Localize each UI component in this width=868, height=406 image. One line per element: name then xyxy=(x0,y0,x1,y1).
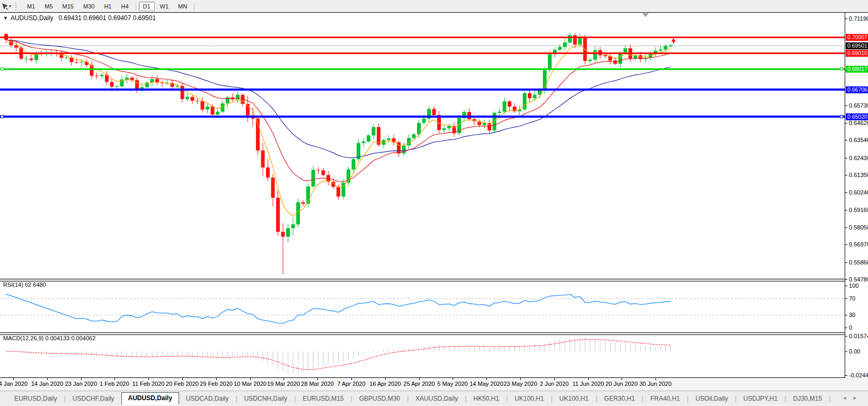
price-axis-tick-label-mark xyxy=(845,105,847,106)
time-axis-date-label: 29 Feb 2020 xyxy=(200,381,233,387)
chart-tab-audusd-daily[interactable]: AUDUSD,Daily xyxy=(121,392,179,405)
chart-tab-usdjpy-h1[interactable]: USDJPY,H1 xyxy=(737,393,784,405)
chart-tab-usoil-daily[interactable]: USOil,Daily xyxy=(688,393,734,405)
time-axis-tick-mark xyxy=(47,378,48,380)
collapse-triangle-icon[interactable]: ▼ xyxy=(3,15,8,21)
timeframe-button-M1[interactable]: M1 xyxy=(23,2,39,11)
timeframe-button-W1[interactable]: W1 xyxy=(156,2,173,11)
chart-tab-hk50-h1[interactable]: HK50,H1 xyxy=(466,393,506,405)
timeframe-button-H4[interactable]: H4 xyxy=(117,2,132,11)
time-axis[interactable]: 4 Jan 202014 Jan 202023 Jan 20201 Feb 20… xyxy=(0,378,868,390)
chart-ohlc-values: 0.69431 0.69601 0.69407 0.69501 xyxy=(59,14,156,22)
timeframe-toolbar: ▾ M1M5M15M30H1H4D1W1MN xyxy=(0,0,868,12)
chart-tab-ger30-h1[interactable]: GER30,H1 xyxy=(597,393,642,405)
price-axis-tick-label: 0.61350 xyxy=(849,172,868,178)
price-axis-tick-label-mark xyxy=(845,158,847,158)
rsi-axis-tick-label-mark xyxy=(845,315,847,315)
level-price-badge: 0.68017 xyxy=(846,66,868,73)
time-axis-tick-mark xyxy=(250,378,251,380)
time-axis-tick-mark xyxy=(622,378,622,380)
rsi-axis-tick-label: 70 xyxy=(849,295,855,302)
chart-symbol-period: AUDUSD,Daily xyxy=(11,14,54,22)
time-axis-tick-mark xyxy=(317,378,318,380)
time-axis-tick-mark xyxy=(351,378,352,380)
toolbar-separator xyxy=(136,2,136,11)
timeframe-button-M30[interactable]: M30 xyxy=(79,2,99,11)
chart-tool-button[interactable]: ▾ xyxy=(1,3,12,10)
price-axis-tick-label: 0.71190 xyxy=(849,15,868,22)
chart-tab-usdchf-daily[interactable]: USDCHF,Daily xyxy=(66,393,121,405)
chart-tab-xauusd-daily[interactable]: XAUUSD,Daily xyxy=(409,393,465,405)
timeframe-button-MN[interactable]: MN xyxy=(174,2,191,11)
time-axis-tick-mark xyxy=(419,378,420,380)
macd-axis-tick-label-mark xyxy=(845,375,847,376)
timeframe-button-M15[interactable]: M15 xyxy=(58,2,78,11)
price-axis-tick-label-mark xyxy=(845,19,847,19)
chart-tab-usdcad-daily[interactable]: USDCAD,Daily xyxy=(179,393,236,405)
time-axis-tick-mark xyxy=(656,378,656,380)
timeframe-button-D1[interactable]: D1 xyxy=(139,2,155,11)
rsi-axis-tick-label: 0 xyxy=(849,324,852,331)
time-axis-tick-mark xyxy=(216,378,217,380)
price-axis-tick-label: 0.63540 xyxy=(849,137,868,143)
price-axis-tick-label: 0.59160 xyxy=(849,207,868,213)
time-axis-date-label: 16 Apr 2020 xyxy=(369,381,401,387)
timeframe-button-H1[interactable]: H1 xyxy=(100,2,116,11)
tab-separator: | xyxy=(829,395,830,405)
level-price-badge: 0.65020 xyxy=(846,113,868,120)
time-axis-date-label: 11 Feb 2020 xyxy=(132,381,165,387)
timeframe-button-M5[interactable]: M5 xyxy=(40,2,57,11)
price-axis[interactable]: 0.711900.679200.657300.646200.635400.624… xyxy=(845,13,868,378)
level-price-badge: 0.69010 xyxy=(846,50,868,57)
time-axis-date-label: 1 Feb 2020 xyxy=(100,381,129,387)
time-axis-tick-mark xyxy=(182,378,183,380)
time-axis-date-label: 20 Jun 2020 xyxy=(606,381,638,387)
time-axis-date-label: 19 Mar 2020 xyxy=(267,381,300,387)
macd-axis-tick-label: -0.024412 xyxy=(849,372,868,378)
time-axis-date-label: 20 Feb 2020 xyxy=(166,381,199,387)
chart-tab-eurusd-daily[interactable]: EURUSD,Daily xyxy=(7,393,64,405)
main-chart-canvas[interactable] xyxy=(0,13,845,378)
chart-tab-fra40-h1[interactable]: FRA40,H1 xyxy=(643,393,687,405)
chart-tab-gbpusd-m30[interactable]: GBPUSD,M30 xyxy=(352,393,407,405)
chart-tab-bar: EURUSD,Daily|USDCHF,DailyAUDUSD,DailyUSD… xyxy=(0,391,868,405)
time-axis-date-label: 28 Mar 2020 xyxy=(301,381,334,387)
rsi-axis-tick-label-mark xyxy=(845,328,847,328)
toolbar-separator xyxy=(194,2,194,11)
mt4-window: ▾ M1M5M15M30H1H4D1W1MN ▼AUDUSD,Daily0.69… xyxy=(0,0,868,406)
time-axis-tick-mark xyxy=(13,378,14,380)
chart-tab-uk100-h1[interactable]: UK100,H1 xyxy=(553,393,596,405)
chevron-down-icon[interactable]: ▾ xyxy=(9,4,11,8)
scroll-left-icon[interactable]: ◂ xyxy=(843,394,854,401)
toolbar-grip[interactable] xyxy=(15,3,18,10)
rsi-label: RSI(14) 62.6480 xyxy=(3,281,46,288)
rsi-axis-tick-label-mark xyxy=(845,298,847,299)
time-axis-tick-mark xyxy=(284,378,284,380)
time-axis-date-label: 23 May 2020 xyxy=(503,381,537,387)
time-axis-tick-mark xyxy=(148,378,149,380)
scroll-right-icon[interactable]: ▸ xyxy=(853,394,864,401)
price-axis-tick-label-mark xyxy=(845,244,847,245)
level-price-badge: 0.70007 xyxy=(846,34,868,41)
price-axis-tick-label-mark xyxy=(845,227,847,228)
time-axis-tick-mark xyxy=(81,378,82,380)
price-axis-tick-label-mark xyxy=(845,140,847,140)
tab-scroll-arrows[interactable]: ◂▸ xyxy=(843,394,864,401)
chart-tab-dj30-m15[interactable]: DJ30,M15 xyxy=(786,393,829,405)
macd-axis-tick-label: 0.015741 xyxy=(849,333,868,339)
current-price-badge: 0.69501 xyxy=(846,42,868,49)
timeframe-buttons: M1M5M15M30H1H4D1W1MN xyxy=(22,2,197,11)
time-axis-date-label: 14 May 2020 xyxy=(470,381,503,387)
price-axis-tick-label: 0.64620 xyxy=(849,120,868,126)
price-axis-tick-label-mark xyxy=(845,175,847,175)
chart-tab-usdcnh-daily[interactable]: USDCNH,Daily xyxy=(237,393,294,405)
crosshair-cursor-icon xyxy=(1,3,8,10)
price-axis-tick-label: 0.62430 xyxy=(849,155,868,161)
rsi-axis-tick-label: 100 xyxy=(849,283,858,289)
chart-tab-eurusd-m15[interactable]: EURUSD,M15 xyxy=(296,393,350,405)
chart-tab-uk100-h1[interactable]: UK100,H1 xyxy=(508,393,551,405)
rsi-axis-tick-label-mark xyxy=(845,286,847,286)
time-axis-tick-mark xyxy=(453,378,453,380)
price-axis-tick-label: 0.60240 xyxy=(849,189,868,196)
time-axis-tick-mark xyxy=(588,378,589,380)
